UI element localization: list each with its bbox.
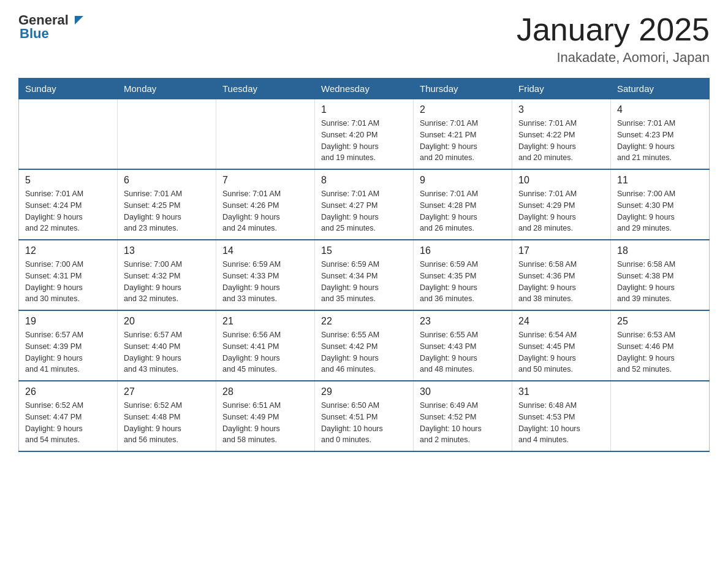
day-number: 1 <box>321 104 407 115</box>
weekday-header-thursday: Thursday <box>414 79 512 99</box>
calendar-cell: 15Sunrise: 6:59 AMSunset: 4:34 PMDayligh… <box>315 240 414 310</box>
calendar-cell: 10Sunrise: 7:01 AMSunset: 4:29 PMDayligh… <box>512 169 611 240</box>
calendar-cell: 24Sunrise: 6:54 AMSunset: 4:45 PMDayligh… <box>512 310 611 381</box>
day-number: 17 <box>518 245 604 256</box>
week-row-5: 26Sunrise: 6:52 AMSunset: 4:47 PMDayligh… <box>19 381 710 451</box>
day-info: Sunrise: 7:01 AMSunset: 4:22 PMDaylight:… <box>518 118 604 164</box>
day-info: Sunrise: 6:52 AMSunset: 4:47 PMDaylight:… <box>25 400 111 446</box>
day-info: Sunrise: 6:49 AMSunset: 4:52 PMDaylight:… <box>420 400 506 446</box>
calendar-cell: 29Sunrise: 6:50 AMSunset: 4:51 PMDayligh… <box>315 381 414 451</box>
day-number: 25 <box>617 316 703 327</box>
day-info: Sunrise: 6:55 AMSunset: 4:43 PMDaylight:… <box>420 329 506 375</box>
title-section: January 2025 Inakadate, Aomori, Japan <box>517 12 710 66</box>
calendar-cell <box>19 99 118 170</box>
day-info: Sunrise: 6:57 AMSunset: 4:40 PMDaylight:… <box>124 329 210 375</box>
day-number: 20 <box>124 316 210 327</box>
week-row-1: 1Sunrise: 7:01 AMSunset: 4:20 PMDaylight… <box>19 99 710 170</box>
weekday-header-wednesday: Wednesday <box>315 79 414 99</box>
calendar-cell: 22Sunrise: 6:55 AMSunset: 4:42 PMDayligh… <box>315 310 414 381</box>
day-info: Sunrise: 6:54 AMSunset: 4:45 PMDaylight:… <box>518 329 604 375</box>
calendar-cell: 26Sunrise: 6:52 AMSunset: 4:47 PMDayligh… <box>19 381 118 451</box>
calendar-cell <box>118 99 216 170</box>
day-info: Sunrise: 7:01 AMSunset: 4:28 PMDaylight:… <box>420 188 506 234</box>
calendar-subtitle: Inakadate, Aomori, Japan <box>517 50 710 66</box>
calendar-cell: 30Sunrise: 6:49 AMSunset: 4:52 PMDayligh… <box>414 381 512 451</box>
calendar-cell: 2Sunrise: 7:01 AMSunset: 4:21 PMDaylight… <box>414 99 512 170</box>
calendar-cell <box>611 381 710 451</box>
day-number: 3 <box>518 104 604 115</box>
weekday-header-friday: Friday <box>512 79 611 99</box>
day-info: Sunrise: 6:58 AMSunset: 4:36 PMDaylight:… <box>518 259 604 305</box>
calendar-cell <box>216 99 315 170</box>
day-info: Sunrise: 6:51 AMSunset: 4:49 PMDaylight:… <box>222 400 308 446</box>
calendar-cell: 5Sunrise: 7:01 AMSunset: 4:24 PMDaylight… <box>19 169 118 240</box>
day-number: 22 <box>321 316 407 327</box>
day-number: 6 <box>124 175 210 186</box>
day-info: Sunrise: 7:01 AMSunset: 4:29 PMDaylight:… <box>518 188 604 234</box>
calendar-cell: 1Sunrise: 7:01 AMSunset: 4:20 PMDaylight… <box>315 99 414 170</box>
page-header: General Blue January 2025 Inakadate, Aom… <box>18 12 710 66</box>
weekday-header-saturday: Saturday <box>611 79 710 99</box>
calendar-cell: 27Sunrise: 6:52 AMSunset: 4:48 PMDayligh… <box>118 381 216 451</box>
day-info: Sunrise: 6:52 AMSunset: 4:48 PMDaylight:… <box>124 400 210 446</box>
day-info: Sunrise: 6:48 AMSunset: 4:53 PMDaylight:… <box>518 400 604 446</box>
day-number: 12 <box>25 245 111 256</box>
day-info: Sunrise: 6:53 AMSunset: 4:46 PMDaylight:… <box>617 329 703 375</box>
calendar-cell: 7Sunrise: 7:01 AMSunset: 4:26 PMDaylight… <box>216 169 315 240</box>
day-info: Sunrise: 6:57 AMSunset: 4:39 PMDaylight:… <box>25 329 111 375</box>
svg-marker-0 <box>75 16 83 25</box>
day-info: Sunrise: 7:01 AMSunset: 4:27 PMDaylight:… <box>321 188 407 234</box>
day-number: 29 <box>321 386 407 397</box>
day-number: 19 <box>25 316 111 327</box>
day-info: Sunrise: 7:00 AMSunset: 4:30 PMDaylight:… <box>617 188 703 234</box>
day-number: 2 <box>420 104 506 115</box>
calendar-cell: 17Sunrise: 6:58 AMSunset: 4:36 PMDayligh… <box>512 240 611 310</box>
day-info: Sunrise: 7:00 AMSunset: 4:31 PMDaylight:… <box>25 259 111 305</box>
day-info: Sunrise: 7:01 AMSunset: 4:26 PMDaylight:… <box>222 188 308 234</box>
logo-blue-text: Blue <box>20 26 49 42</box>
calendar-cell: 18Sunrise: 6:58 AMSunset: 4:38 PMDayligh… <box>611 240 710 310</box>
calendar-cell: 25Sunrise: 6:53 AMSunset: 4:46 PMDayligh… <box>611 310 710 381</box>
day-number: 5 <box>25 175 111 186</box>
day-info: Sunrise: 6:59 AMSunset: 4:35 PMDaylight:… <box>420 259 506 305</box>
day-info: Sunrise: 7:01 AMSunset: 4:21 PMDaylight:… <box>420 118 506 164</box>
day-number: 4 <box>617 104 703 115</box>
calendar-cell: 11Sunrise: 7:00 AMSunset: 4:30 PMDayligh… <box>611 169 710 240</box>
weekday-header-row: SundayMondayTuesdayWednesdayThursdayFrid… <box>19 79 710 99</box>
day-number: 14 <box>222 245 308 256</box>
day-info: Sunrise: 6:59 AMSunset: 4:33 PMDaylight:… <box>222 259 308 305</box>
day-info: Sunrise: 6:59 AMSunset: 4:34 PMDaylight:… <box>321 259 407 305</box>
calendar-cell: 28Sunrise: 6:51 AMSunset: 4:49 PMDayligh… <box>216 381 315 451</box>
day-number: 24 <box>518 316 604 327</box>
calendar-cell: 13Sunrise: 7:00 AMSunset: 4:32 PMDayligh… <box>118 240 216 310</box>
day-number: 13 <box>124 245 210 256</box>
day-number: 9 <box>420 175 506 186</box>
calendar-cell: 6Sunrise: 7:01 AMSunset: 4:25 PMDaylight… <box>118 169 216 240</box>
calendar-cell: 9Sunrise: 7:01 AMSunset: 4:28 PMDaylight… <box>414 169 512 240</box>
calendar-cell: 23Sunrise: 6:55 AMSunset: 4:43 PMDayligh… <box>414 310 512 381</box>
day-number: 26 <box>25 386 111 397</box>
calendar-cell: 19Sunrise: 6:57 AMSunset: 4:39 PMDayligh… <box>19 310 118 381</box>
day-info: Sunrise: 6:55 AMSunset: 4:42 PMDaylight:… <box>321 329 407 375</box>
day-info: Sunrise: 6:50 AMSunset: 4:51 PMDaylight:… <box>321 400 407 446</box>
day-info: Sunrise: 6:58 AMSunset: 4:38 PMDaylight:… <box>617 259 703 305</box>
calendar-cell: 16Sunrise: 6:59 AMSunset: 4:35 PMDayligh… <box>414 240 512 310</box>
day-number: 23 <box>420 316 506 327</box>
day-number: 21 <box>222 316 308 327</box>
day-info: Sunrise: 7:01 AMSunset: 4:25 PMDaylight:… <box>124 188 210 234</box>
calendar-cell: 8Sunrise: 7:01 AMSunset: 4:27 PMDaylight… <box>315 169 414 240</box>
day-info: Sunrise: 7:01 AMSunset: 4:23 PMDaylight:… <box>617 118 703 164</box>
week-row-4: 19Sunrise: 6:57 AMSunset: 4:39 PMDayligh… <box>19 310 710 381</box>
calendar-cell: 12Sunrise: 7:00 AMSunset: 4:31 PMDayligh… <box>19 240 118 310</box>
day-info: Sunrise: 7:01 AMSunset: 4:24 PMDaylight:… <box>25 188 111 234</box>
calendar-cell: 31Sunrise: 6:48 AMSunset: 4:53 PMDayligh… <box>512 381 611 451</box>
logo-arrow-icon <box>70 13 83 27</box>
day-number: 30 <box>420 386 506 397</box>
calendar-cell: 21Sunrise: 6:56 AMSunset: 4:41 PMDayligh… <box>216 310 315 381</box>
calendar-cell: 14Sunrise: 6:59 AMSunset: 4:33 PMDayligh… <box>216 240 315 310</box>
calendar-cell: 3Sunrise: 7:01 AMSunset: 4:22 PMDaylight… <box>512 99 611 170</box>
day-number: 31 <box>518 386 604 397</box>
calendar-cell: 4Sunrise: 7:01 AMSunset: 4:23 PMDaylight… <box>611 99 710 170</box>
calendar-table: SundayMondayTuesdayWednesdayThursdayFrid… <box>18 78 710 452</box>
day-info: Sunrise: 7:01 AMSunset: 4:20 PMDaylight:… <box>321 118 407 164</box>
